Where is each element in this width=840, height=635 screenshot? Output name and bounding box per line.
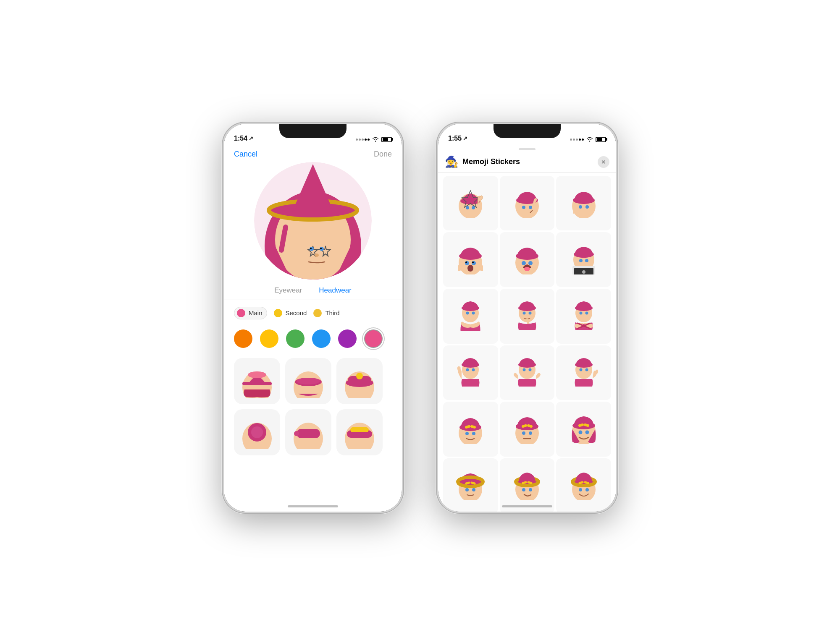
svg-point-14 xyxy=(315,253,319,257)
close-button[interactable]: ✕ xyxy=(598,156,609,168)
notch-2 xyxy=(494,124,561,138)
tab-headwear[interactable]: Headwear xyxy=(319,286,352,295)
location-arrow-icon-2: ↗ xyxy=(463,135,467,141)
svg-point-74 xyxy=(522,312,525,315)
sticker-svg-9 xyxy=(569,301,598,331)
svg-point-37 xyxy=(466,206,469,209)
svg-line-132 xyxy=(580,482,583,483)
second-label: Second xyxy=(286,309,307,316)
svg-point-84 xyxy=(466,368,469,371)
palette-green[interactable] xyxy=(286,329,304,348)
svg-line-111 xyxy=(585,425,588,426)
memoji-preview xyxy=(254,162,372,280)
svg-point-17 xyxy=(248,371,266,378)
sticker-item-11[interactable] xyxy=(500,345,555,400)
sticker-header: 🧙‍♀️ Memoji Stickers ✕ xyxy=(438,152,616,172)
color-options: Main Second Third xyxy=(224,300,402,326)
svg-point-71 xyxy=(472,312,475,315)
sticker-item-15[interactable] xyxy=(556,402,611,457)
svg-line-133 xyxy=(585,482,588,483)
svg-point-24 xyxy=(356,373,363,379)
svg-point-135 xyxy=(585,488,589,491)
phone-2-content: 🧙‍♀️ Memoji Stickers ✕ xyxy=(438,145,616,512)
headwear-svg-5 xyxy=(291,415,325,449)
sticker-svg-11 xyxy=(512,358,542,387)
svg-line-103 xyxy=(523,426,526,426)
headwear-item-1[interactable] xyxy=(234,358,280,404)
svg-point-56 xyxy=(522,261,526,265)
svg-point-106 xyxy=(529,431,532,435)
svg-point-78 xyxy=(579,312,582,315)
svg-point-58 xyxy=(524,267,530,271)
svg-line-125 xyxy=(523,482,526,483)
sticker-item-10[interactable] xyxy=(443,345,498,400)
headwear-item-4[interactable] xyxy=(234,409,280,455)
sticker-item-14[interactable] xyxy=(500,402,555,457)
sticker-svg-6 xyxy=(569,245,598,274)
phone-2-inner: 1:55 ↗ xyxy=(438,124,616,512)
svg-line-104 xyxy=(528,426,531,426)
done-button[interactable]: Done xyxy=(374,150,392,159)
color-option-main[interactable]: Main xyxy=(234,307,267,319)
phone-1-inner: 1:54 ↗ xyxy=(224,124,402,512)
palette-blue[interactable] xyxy=(312,329,331,348)
svg-line-118 xyxy=(466,483,469,483)
sticker-svg-18 xyxy=(569,471,598,500)
headwear-svg-6 xyxy=(343,415,376,449)
svg-point-105 xyxy=(522,431,525,435)
palette-pink[interactable] xyxy=(364,329,383,348)
sticker-item-5[interactable] xyxy=(500,232,555,287)
third-color-swatch xyxy=(313,309,322,317)
third-label: Third xyxy=(325,309,339,316)
time-display-2: 1:55 ↗ xyxy=(448,135,467,142)
tab-eyewear[interactable]: Eyewear xyxy=(274,286,302,295)
sticker-item-8[interactable] xyxy=(500,289,555,344)
headwear-item-2[interactable] xyxy=(285,358,331,404)
svg-point-27 xyxy=(251,426,263,438)
sticker-item-4[interactable] xyxy=(443,232,498,287)
phone-1-content: Cancel Done xyxy=(224,145,402,512)
svg-point-20 xyxy=(297,378,320,384)
palette-orange[interactable] xyxy=(234,329,252,348)
svg-point-92 xyxy=(579,368,582,371)
sticker-item-1[interactable] xyxy=(443,176,498,231)
sticker-svg-14 xyxy=(512,415,542,444)
palette-yellow[interactable] xyxy=(260,329,278,348)
svg-point-38 xyxy=(472,206,475,209)
sticker-item-13[interactable] xyxy=(443,402,498,457)
sticker-item-6[interactable] xyxy=(556,232,611,287)
svg-point-49 xyxy=(465,261,469,265)
headwear-item-6[interactable] xyxy=(336,409,383,455)
sticker-item-2[interactable] xyxy=(500,176,555,231)
wifi-icon-2 xyxy=(586,137,593,142)
phones-container: 1:54 ↗ xyxy=(223,123,617,513)
cancel-button[interactable]: Cancel xyxy=(234,150,257,159)
sticker-grid xyxy=(438,172,616,512)
palette-purple[interactable] xyxy=(338,329,357,348)
svg-point-50 xyxy=(472,261,476,265)
status-right-1 xyxy=(356,137,392,142)
sticker-item-3[interactable] xyxy=(556,176,611,231)
svg-point-30 xyxy=(294,431,299,436)
signal-icon-2 xyxy=(570,138,584,141)
signal-icon xyxy=(356,138,370,141)
headwear-svg-1 xyxy=(240,364,274,398)
svg-point-66 xyxy=(582,270,585,274)
sticker-item-17[interactable] xyxy=(500,458,555,512)
sticker-item-9[interactable] xyxy=(556,289,611,344)
sticker-item-18[interactable] xyxy=(556,458,611,512)
color-option-third[interactable]: Third xyxy=(313,309,339,317)
headwear-item-3[interactable] xyxy=(336,358,383,404)
color-option-second[interactable]: Second xyxy=(274,309,307,317)
sticker-item-16[interactable] xyxy=(443,458,498,512)
svg-point-99 xyxy=(472,432,475,435)
svg-point-12 xyxy=(310,248,312,249)
sticker-item-7[interactable] xyxy=(443,289,498,344)
headwear-item-5[interactable] xyxy=(285,409,331,455)
svg-point-89 xyxy=(528,368,531,371)
sticker-svg-12 xyxy=(569,358,598,387)
sticker-svg-1 xyxy=(456,188,485,218)
sticker-item-12[interactable] xyxy=(556,345,611,400)
svg-line-110 xyxy=(580,425,583,426)
sticker-title: Memoji Stickers xyxy=(462,157,598,166)
